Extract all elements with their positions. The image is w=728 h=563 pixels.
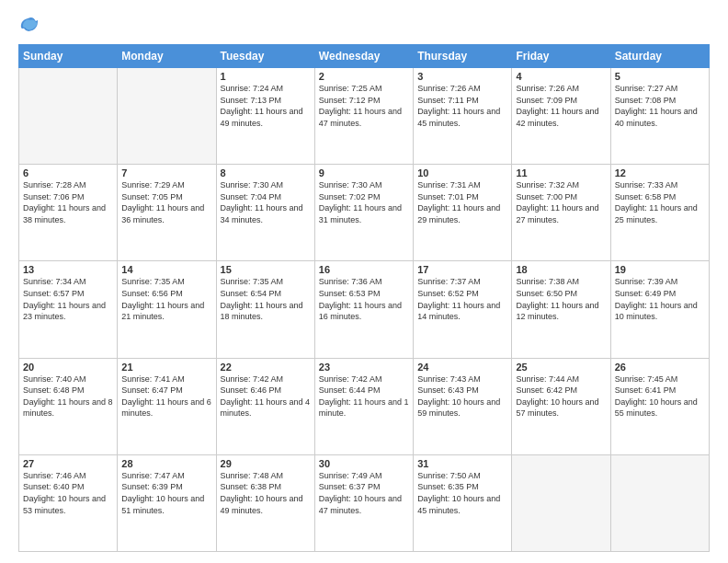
day-number: 31	[417, 458, 507, 469]
day-number: 17	[417, 264, 507, 275]
calendar-cell-4-6	[610, 454, 709, 551]
day-info: Sunrise: 7:35 AMSunset: 6:56 PMDaylight:…	[121, 276, 211, 322]
day-number: 19	[615, 264, 705, 275]
calendar-cell-3-5: 25Sunrise: 7:44 AMSunset: 6:42 PMDayligh…	[512, 358, 610, 454]
weekday-wednesday: Wednesday	[314, 45, 413, 68]
day-info: Sunrise: 7:24 AMSunset: 7:13 PMDaylight:…	[221, 83, 311, 129]
calendar-cell-1-0: 6Sunrise: 7:28 AMSunset: 7:06 PMDaylight…	[19, 165, 118, 261]
calendar-cell-1-1: 7Sunrise: 7:29 AMSunset: 7:05 PMDaylight…	[118, 165, 216, 261]
calendar-cell-0-5: 4Sunrise: 7:26 AMSunset: 7:09 PMDaylight…	[512, 68, 610, 165]
week-row-3: 13Sunrise: 7:34 AMSunset: 6:57 PMDayligh…	[19, 261, 710, 358]
calendar-cell-2-3: 16Sunrise: 7:36 AMSunset: 6:53 PMDayligh…	[314, 261, 413, 358]
day-info: Sunrise: 7:29 AMSunset: 7:05 PMDaylight:…	[121, 179, 211, 225]
day-number: 12	[615, 167, 705, 178]
day-info: Sunrise: 7:33 AMSunset: 6:58 PMDaylight:…	[615, 179, 705, 225]
day-info: Sunrise: 7:44 AMSunset: 6:42 PMDaylight:…	[516, 373, 606, 419]
day-info: Sunrise: 7:34 AMSunset: 6:57 PMDaylight:…	[23, 276, 113, 322]
calendar-cell-0-0	[19, 68, 118, 165]
weekday-saturday: Saturday	[610, 45, 709, 68]
weekday-sunday: Sunday	[19, 45, 118, 68]
calendar-cell-3-1: 21Sunrise: 7:41 AMSunset: 6:47 PMDayligh…	[118, 358, 216, 454]
calendar-cell-2-6: 19Sunrise: 7:39 AMSunset: 6:49 PMDayligh…	[610, 261, 709, 358]
week-row-5: 27Sunrise: 7:46 AMSunset: 6:40 PMDayligh…	[19, 454, 710, 551]
calendar-table: SundayMondayTuesdayWednesdayThursdayFrid…	[18, 44, 710, 552]
day-info: Sunrise: 7:42 AMSunset: 6:46 PMDaylight:…	[221, 373, 311, 419]
calendar-cell-4-2: 29Sunrise: 7:48 AMSunset: 6:38 PMDayligh…	[216, 454, 314, 551]
weekday-tuesday: Tuesday	[216, 45, 314, 68]
day-number: 21	[121, 362, 211, 373]
calendar-cell-4-1: 28Sunrise: 7:47 AMSunset: 6:39 PMDayligh…	[118, 454, 216, 551]
day-number: 6	[23, 167, 113, 178]
day-number: 23	[319, 362, 409, 373]
calendar-cell-2-0: 13Sunrise: 7:34 AMSunset: 6:57 PMDayligh…	[19, 261, 118, 358]
day-number: 1	[221, 71, 311, 82]
calendar-cell-1-3: 9Sunrise: 7:30 AMSunset: 7:02 PMDaylight…	[314, 165, 413, 261]
calendar-cell-1-6: 12Sunrise: 7:33 AMSunset: 6:58 PMDayligh…	[610, 165, 709, 261]
day-info: Sunrise: 7:26 AMSunset: 7:09 PMDaylight:…	[516, 83, 606, 129]
day-info: Sunrise: 7:39 AMSunset: 6:49 PMDaylight:…	[615, 276, 705, 322]
day-info: Sunrise: 7:48 AMSunset: 6:38 PMDaylight:…	[221, 470, 311, 516]
calendar-cell-3-2: 22Sunrise: 7:42 AMSunset: 6:46 PMDayligh…	[216, 358, 314, 454]
day-number: 27	[23, 458, 113, 469]
calendar-cell-3-0: 20Sunrise: 7:40 AMSunset: 6:48 PMDayligh…	[19, 358, 118, 454]
calendar-cell-4-5	[512, 454, 610, 551]
day-info: Sunrise: 7:40 AMSunset: 6:48 PMDaylight:…	[23, 373, 113, 419]
day-number: 3	[417, 71, 507, 82]
day-number: 20	[23, 362, 113, 373]
day-number: 13	[23, 264, 113, 275]
day-info: Sunrise: 7:32 AMSunset: 7:00 PMDaylight:…	[516, 179, 606, 225]
calendar-cell-0-4: 3Sunrise: 7:26 AMSunset: 7:11 PMDaylight…	[414, 68, 512, 165]
weekday-friday: Friday	[512, 45, 610, 68]
day-info: Sunrise: 7:36 AMSunset: 6:53 PMDaylight:…	[319, 276, 409, 322]
header	[18, 15, 710, 35]
calendar-cell-3-3: 23Sunrise: 7:42 AMSunset: 6:44 PMDayligh…	[314, 358, 413, 454]
weekday-header-row: SundayMondayTuesdayWednesdayThursdayFrid…	[19, 45, 710, 68]
day-info: Sunrise: 7:38 AMSunset: 6:50 PMDaylight:…	[516, 276, 606, 322]
day-number: 18	[516, 264, 606, 275]
calendar-cell-1-4: 10Sunrise: 7:31 AMSunset: 7:01 PMDayligh…	[414, 165, 512, 261]
day-number: 4	[516, 71, 606, 82]
calendar-cell-0-6: 5Sunrise: 7:27 AMSunset: 7:08 PMDaylight…	[610, 68, 709, 165]
day-number: 11	[516, 167, 606, 178]
day-number: 15	[221, 264, 311, 275]
day-number: 5	[615, 71, 705, 82]
calendar-cell-1-2: 8Sunrise: 7:30 AMSunset: 7:04 PMDaylight…	[216, 165, 314, 261]
day-info: Sunrise: 7:37 AMSunset: 6:52 PMDaylight:…	[417, 276, 507, 322]
calendar-cell-0-2: 1Sunrise: 7:24 AMSunset: 7:13 PMDaylight…	[216, 68, 314, 165]
calendar-cell-3-4: 24Sunrise: 7:43 AMSunset: 6:43 PMDayligh…	[414, 358, 512, 454]
calendar-cell-2-2: 15Sunrise: 7:35 AMSunset: 6:54 PMDayligh…	[216, 261, 314, 358]
day-info: Sunrise: 7:43 AMSunset: 6:43 PMDaylight:…	[417, 373, 507, 419]
calendar-cell-4-3: 30Sunrise: 7:49 AMSunset: 6:37 PMDayligh…	[314, 454, 413, 551]
page: SundayMondayTuesdayWednesdayThursdayFrid…	[0, 0, 728, 563]
day-number: 28	[121, 458, 211, 469]
calendar-cell-1-5: 11Sunrise: 7:32 AMSunset: 7:00 PMDayligh…	[512, 165, 610, 261]
calendar-cell-4-0: 27Sunrise: 7:46 AMSunset: 6:40 PMDayligh…	[19, 454, 118, 551]
calendar-cell-2-1: 14Sunrise: 7:35 AMSunset: 6:56 PMDayligh…	[118, 261, 216, 358]
logo-icon	[18, 15, 39, 35]
calendar-cell-2-4: 17Sunrise: 7:37 AMSunset: 6:52 PMDayligh…	[414, 261, 512, 358]
calendar-cell-0-1	[118, 68, 216, 165]
day-number: 9	[319, 167, 409, 178]
weekday-monday: Monday	[118, 45, 216, 68]
day-info: Sunrise: 7:30 AMSunset: 7:04 PMDaylight:…	[221, 179, 311, 225]
day-info: Sunrise: 7:41 AMSunset: 6:47 PMDaylight:…	[121, 373, 211, 419]
calendar-cell-4-4: 31Sunrise: 7:50 AMSunset: 6:35 PMDayligh…	[414, 454, 512, 551]
day-info: Sunrise: 7:50 AMSunset: 6:35 PMDaylight:…	[417, 470, 507, 516]
day-number: 7	[121, 167, 211, 178]
day-number: 26	[615, 362, 705, 373]
day-number: 24	[417, 362, 507, 373]
calendar-cell-0-3: 2Sunrise: 7:25 AMSunset: 7:12 PMDaylight…	[314, 68, 413, 165]
day-info: Sunrise: 7:30 AMSunset: 7:02 PMDaylight:…	[319, 179, 409, 225]
day-number: 2	[319, 71, 409, 82]
calendar-cell-3-6: 26Sunrise: 7:45 AMSunset: 6:41 PMDayligh…	[610, 358, 709, 454]
day-info: Sunrise: 7:25 AMSunset: 7:12 PMDaylight:…	[319, 83, 409, 129]
day-number: 29	[221, 458, 311, 469]
day-info: Sunrise: 7:31 AMSunset: 7:01 PMDaylight:…	[417, 179, 507, 225]
calendar-cell-2-5: 18Sunrise: 7:38 AMSunset: 6:50 PMDayligh…	[512, 261, 610, 358]
day-info: Sunrise: 7:42 AMSunset: 6:44 PMDaylight:…	[319, 373, 409, 419]
week-row-1: 1Sunrise: 7:24 AMSunset: 7:13 PMDaylight…	[19, 68, 710, 165]
day-number: 25	[516, 362, 606, 373]
week-row-2: 6Sunrise: 7:28 AMSunset: 7:06 PMDaylight…	[19, 165, 710, 261]
day-info: Sunrise: 7:49 AMSunset: 6:37 PMDaylight:…	[319, 470, 409, 516]
day-number: 16	[319, 264, 409, 275]
